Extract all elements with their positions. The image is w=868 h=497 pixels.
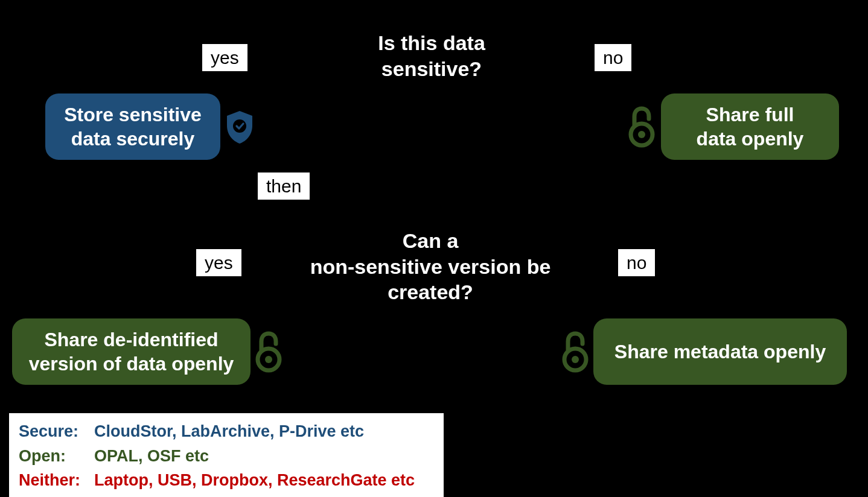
open-access-icon xyxy=(561,331,589,375)
shield-check-icon xyxy=(225,110,255,147)
edge-label-yes-2: yes xyxy=(196,249,241,276)
legend-open-value: OPAL, OSF etc xyxy=(94,444,209,469)
svg-point-4 xyxy=(265,356,272,363)
decision-question-2: Can anon-sensitive version becreated? xyxy=(295,228,566,305)
decision-question-1: Is this datasensitive? xyxy=(332,30,531,81)
svg-point-6 xyxy=(572,356,579,363)
edge-label-no-2: no xyxy=(618,249,655,276)
legend-neither-key: Neither: xyxy=(19,468,94,493)
legend-neither-value: Laptop, USB, Dropbox, ResearchGate etc xyxy=(94,468,415,493)
legend-box: Secure: CloudStor, LabArchive, P-Drive e… xyxy=(9,413,444,497)
node-share-metadata: Share metadata openly xyxy=(593,318,847,385)
node-store-secure: Store sensitivedata securely xyxy=(45,93,220,160)
legend-secure-value: CloudStor, LabArchive, P-Drive etc xyxy=(94,419,364,444)
svg-point-0 xyxy=(233,119,246,133)
open-access-icon xyxy=(255,331,282,375)
edge-label-no-1: no xyxy=(595,44,631,71)
open-access-icon xyxy=(628,106,656,150)
edge-label-yes-1: yes xyxy=(202,44,247,71)
node-share-full: Share fulldata openly xyxy=(661,93,839,160)
legend-secure-key: Secure: xyxy=(19,419,94,444)
legend-open-key: Open: xyxy=(19,444,94,469)
svg-point-2 xyxy=(638,131,645,138)
edge-label-then: then xyxy=(258,173,310,200)
node-share-deidentified: Share de-identifiedversion of data openl… xyxy=(12,318,251,385)
